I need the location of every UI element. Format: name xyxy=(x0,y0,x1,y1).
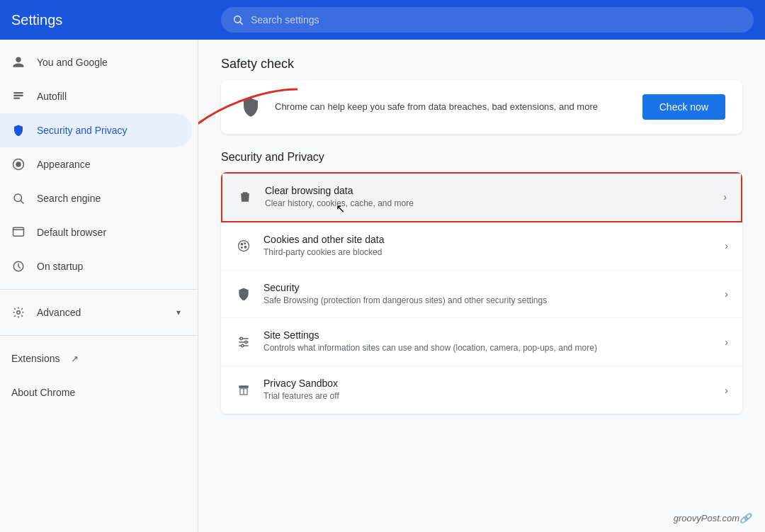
site-settings-text: Site Settings Controls what information … xyxy=(264,329,713,354)
privacy-sandbox-text: Privacy Sandbox Trial features are off xyxy=(264,378,713,402)
sidebar-label: On startup xyxy=(37,261,83,272)
svg-point-12 xyxy=(17,311,21,315)
row-title: Security xyxy=(264,282,713,293)
trash-icon xyxy=(237,188,254,205)
chevron-right-icon: › xyxy=(725,385,728,396)
safety-check-section: Safety check Chrome can help keep you sa… xyxy=(221,57,742,134)
row-desc: Trial features are off xyxy=(264,390,713,402)
security-shield-icon xyxy=(235,285,252,302)
advanced-left: Advanced xyxy=(11,305,81,319)
search-input[interactable] xyxy=(251,14,742,26)
settings-list: Clear browsing data Clear history, cooki… xyxy=(221,172,742,414)
sidebar-label: You and Google xyxy=(37,57,108,68)
about-label: About Chrome xyxy=(11,387,75,398)
svg-point-23 xyxy=(245,341,247,343)
settings-row-clear-browsing[interactable]: Clear browsing data Clear history, cooki… xyxy=(221,172,742,222)
svg-point-18 xyxy=(242,247,243,249)
row-title: Cookies and other site data xyxy=(264,234,713,245)
chevron-right-icon: › xyxy=(725,288,728,300)
chevron-right-icon: › xyxy=(725,336,728,348)
divider-2 xyxy=(0,335,198,336)
security-text: Security Safe Browsing (protection from … xyxy=(264,282,713,307)
svg-rect-4 xyxy=(13,98,20,99)
settings-row-security[interactable]: Security Safe Browsing (protection from … xyxy=(221,271,742,319)
sidebar-item-advanced[interactable]: Advanced ▾ xyxy=(0,295,192,329)
content-area: Safety check Chrome can help keep you sa… xyxy=(198,40,765,532)
row-title: Site Settings xyxy=(264,329,713,341)
svg-point-22 xyxy=(240,337,242,339)
watermark: groovyPost.com🔗 xyxy=(674,513,751,523)
sidebar-item-security-privacy[interactable]: Security and Privacy xyxy=(0,113,192,147)
settings-row-privacy-sandbox[interactable]: Privacy Sandbox Trial features are off › xyxy=(221,366,742,414)
row-title: Privacy Sandbox xyxy=(264,378,713,389)
advanced-icon xyxy=(11,305,26,319)
topbar: Settings xyxy=(0,0,765,40)
sidebar-item-you-and-google[interactable]: You and Google xyxy=(0,45,192,79)
row-desc: Clear history, cookies, cache, and more xyxy=(265,198,712,210)
search-icon xyxy=(232,14,244,26)
browser-icon xyxy=(11,225,26,239)
svg-rect-9 xyxy=(13,227,24,236)
autofill-icon xyxy=(11,89,26,103)
sidebar-label: Default browser xyxy=(37,227,106,238)
cookies-text: Cookies and other site data Third-party … xyxy=(264,234,713,259)
safety-check-card: Chrome can help keep you safe from data … xyxy=(221,80,742,134)
site-settings-icon xyxy=(235,334,252,351)
svg-line-1 xyxy=(240,22,243,25)
chevron-right-icon: › xyxy=(723,191,727,203)
external-link-icon: ↗ xyxy=(71,353,79,364)
svg-line-8 xyxy=(21,200,23,203)
sidebar-item-default-browser[interactable]: Default browser xyxy=(0,215,192,249)
cookies-icon xyxy=(235,237,252,254)
sidebar-label: Appearance xyxy=(37,159,91,170)
search-engine-icon xyxy=(11,191,26,205)
security-privacy-section: Security and Privacy Clear browsing data… xyxy=(221,151,742,414)
svg-point-16 xyxy=(244,243,246,244)
startup-icon xyxy=(11,259,26,273)
safety-check-title: Safety check xyxy=(221,57,742,72)
shield-icon xyxy=(11,123,26,137)
sidebar-label: Search engine xyxy=(37,193,101,204)
sidebar-label: Autofill xyxy=(37,91,67,102)
appearance-icon xyxy=(11,157,26,171)
sidebar-item-appearance[interactable]: Appearance xyxy=(0,147,192,181)
check-now-button[interactable]: Check now xyxy=(642,94,725,120)
sidebar-item-search-engine[interactable]: Search engine xyxy=(0,181,192,215)
svg-rect-2 xyxy=(13,92,23,94)
row-desc: Third-party cookies are blocked xyxy=(264,247,713,259)
person-icon xyxy=(11,55,26,69)
row-desc: Controls what information sites can use … xyxy=(264,342,713,354)
settings-row-cookies[interactable]: Cookies and other site data Third-party … xyxy=(221,222,742,271)
svg-point-14 xyxy=(239,241,249,251)
divider-1 xyxy=(0,289,198,290)
svg-point-24 xyxy=(242,344,244,346)
svg-point-0 xyxy=(234,16,241,23)
chevron-right-icon: › xyxy=(725,240,728,251)
svg-point-6 xyxy=(16,162,21,167)
sidebar-item-about-chrome[interactable]: About Chrome xyxy=(0,375,192,409)
main-layout: You and Google Autofill Security and Pri… xyxy=(0,40,765,532)
sidebar-item-autofill[interactable]: Autofill xyxy=(0,79,192,113)
extensions-label: Extensions xyxy=(11,353,60,364)
sidebar-item-on-startup[interactable]: On startup xyxy=(0,249,192,283)
svg-point-15 xyxy=(241,243,243,245)
svg-point-7 xyxy=(14,194,22,202)
svg-point-17 xyxy=(244,247,246,249)
sandbox-icon xyxy=(235,382,252,399)
safety-shield-icon xyxy=(238,94,264,120)
clear-browsing-text: Clear browsing data Clear history, cooki… xyxy=(265,185,712,210)
section-title: Security and Privacy xyxy=(221,151,742,164)
row-desc: Safe Browsing (protection from dangerous… xyxy=(264,295,713,307)
safety-check-description: Chrome can help keep you safe from data … xyxy=(275,100,631,114)
svg-rect-3 xyxy=(13,95,23,96)
app-title: Settings xyxy=(11,12,210,28)
search-bar[interactable] xyxy=(221,7,754,33)
sidebar-item-extensions[interactable]: Extensions ↗ xyxy=(0,341,192,375)
sidebar-label: Advanced xyxy=(37,307,81,318)
settings-row-site-settings[interactable]: Site Settings Controls what information … xyxy=(221,318,742,366)
row-title: Clear browsing data xyxy=(265,185,712,196)
chevron-down-icon: ▾ xyxy=(176,307,181,317)
sidebar: You and Google Autofill Security and Pri… xyxy=(0,40,198,532)
sidebar-label: Security and Privacy xyxy=(37,125,128,136)
